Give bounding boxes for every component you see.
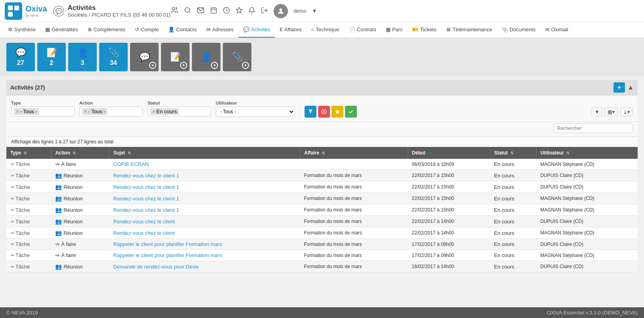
- table-row[interactable]: ⇒ Tâche👥 RéunionRendez-vous chez le clie…: [6, 193, 638, 204]
- subject-link[interactable]: Rappeler le client pour planifier Format…: [113, 241, 222, 247]
- activity-btn-new-attachment[interactable]: 📎 +: [223, 43, 251, 71]
- cell-subject[interactable]: Demande de rendez-vous pour Devis: [109, 261, 300, 272]
- tab-oximail[interactable]: ✉ Oximail: [540, 22, 573, 38]
- cell-subject[interactable]: Rendez-vous chez le client: [109, 216, 300, 227]
- type-tag-x[interactable]: ×: [16, 109, 19, 114]
- cell-subject[interactable]: Rendez-vous chez le client 1: [109, 181, 300, 193]
- filter-clear-button[interactable]: [318, 106, 330, 118]
- tab-activites[interactable]: 💬 Activités: [238, 22, 275, 38]
- cell-statut: En cours: [490, 250, 537, 261]
- table-row[interactable]: ⇒ Tâche👥 RéunionRendez-vous chez le clie…: [6, 181, 638, 193]
- cell-action: ⇒ À faire: [51, 250, 109, 261]
- cell-action: 👥 Réunion: [51, 193, 109, 204]
- tab-complements[interactable]: ⊕ Compléments: [83, 22, 130, 38]
- subject-link[interactable]: Rappeler le client pour planifier Format…: [113, 252, 222, 258]
- users-icon[interactable]: [171, 6, 178, 15]
- cell-subject[interactable]: COPIE ECRAN: [109, 159, 300, 170]
- table-row[interactable]: ⇒ Tâche⇒ À faireCOPIE ECRAN06/03/2018 à …: [6, 159, 638, 170]
- cell-subject[interactable]: Rappeler le client pour planifier Format…: [109, 250, 300, 261]
- col-type[interactable]: Type ⇅: [6, 147, 51, 159]
- subject-link[interactable]: Demande de rendez-vous pour Devis: [113, 264, 199, 270]
- col-utilisateur[interactable]: Utilisateur ⇅: [537, 147, 638, 159]
- table-row[interactable]: ⇒ Tâche⇒ À faireRappeler le client pour …: [6, 239, 638, 250]
- bell-icon[interactable]: [248, 7, 255, 15]
- tab-contacts[interactable]: 👤 Contacts: [163, 22, 201, 38]
- subject-link[interactable]: Rendez-vous chez le client: [113, 230, 175, 236]
- tab-telemaintenance[interactable]: 🖥 Télémaintenance: [441, 22, 497, 38]
- table-row[interactable]: ⇒ Tâche👥 RéunionRendez-vous chez le clie…: [6, 216, 638, 227]
- header-chat-icon: 💬: [53, 6, 64, 17]
- table-row[interactable]: ⇒ Tâche👥 RéunionDemande de rendez-vous p…: [6, 261, 638, 272]
- col-statut[interactable]: Statut ⇅: [490, 147, 537, 159]
- statut-filter[interactable]: × En cours: [148, 107, 211, 116]
- subject-link[interactable]: Rendez-vous chez le client 1: [113, 173, 179, 179]
- tab-tickets[interactable]: 🎫 Tickets: [407, 22, 441, 38]
- tab-synthese[interactable]: ⚙ Synthèse: [3, 22, 40, 38]
- tab-generalites[interactable]: ▦ Généralités: [40, 22, 82, 38]
- activity-btn-new-contact[interactable]: 👤 +: [192, 43, 220, 71]
- svg-marker-20: [335, 109, 340, 114]
- add-activity-button[interactable]: +: [613, 82, 625, 93]
- cell-subject[interactable]: Rendez-vous chez le client 1: [109, 204, 300, 216]
- header-title-area: Activités Sociétés / PICARD ET FILS (05 …: [67, 4, 171, 18]
- search-input[interactable]: [554, 124, 633, 133]
- tab-adresses[interactable]: ✉ Adresses: [201, 22, 238, 38]
- subject-link[interactable]: Rendez-vous chez le client 1: [113, 207, 179, 213]
- col-affaire[interactable]: Affaire ⇅: [300, 147, 408, 159]
- tab-affaires[interactable]: € Affaires: [275, 22, 306, 38]
- grid-view-button[interactable]: ▦▾: [605, 107, 618, 116]
- col-debut[interactable]: Début ▼: [408, 147, 490, 159]
- subject-link[interactable]: Rendez-vous chez le client: [113, 219, 175, 225]
- table-row[interactable]: ⇒ Tâche⇒ À faireRappeler le client pour …: [6, 250, 638, 261]
- subject-link[interactable]: Rendez-vous chez le client 1: [113, 196, 179, 202]
- table-row[interactable]: ⇒ Tâche👥 RéunionRendez-vous chez le clie…: [6, 204, 638, 216]
- table-row[interactable]: ⇒ Tâche👥 RéunionRendez-vous chez le clie…: [6, 227, 638, 239]
- cell-subject[interactable]: Rendez-vous chez le client 1: [109, 170, 300, 181]
- clock-icon[interactable]: [223, 7, 230, 15]
- activity-btn-new-message[interactable]: 💬 +: [130, 43, 159, 71]
- demo-label[interactable]: demo: [293, 8, 307, 14]
- filter-ok-button[interactable]: [345, 106, 357, 118]
- tab-compte[interactable]: ↺ Compte: [130, 22, 164, 38]
- tab-documents[interactable]: 📎 Documents: [497, 22, 540, 38]
- status-badge: En cours: [494, 264, 514, 270]
- statut-tag-x[interactable]: ×: [152, 109, 155, 114]
- type-filter[interactable]: × - Tous -: [11, 107, 75, 116]
- filter-toggle-icon[interactable]: ▼: [592, 107, 602, 116]
- tab-parc[interactable]: ▦ Parc: [381, 22, 408, 38]
- filter-save-button[interactable]: [332, 106, 343, 118]
- oximail-icon: ✉: [545, 27, 550, 32]
- star-icon[interactable]: [236, 7, 243, 15]
- activity-btn-new-note[interactable]: 📝 +: [161, 43, 190, 71]
- action-filter[interactable]: × - Tous -: [79, 107, 143, 116]
- mail-icon[interactable]: [197, 7, 205, 15]
- subject-link[interactable]: Rendez-vous chez le client 1: [113, 184, 179, 190]
- export-button[interactable]: ⤓▾: [620, 107, 633, 116]
- utilisateur-select[interactable]: - Tous - MAGNAN Stéphane (CD) DUPUIS Cla…: [216, 107, 295, 117]
- table-row[interactable]: ⇒ Tâche👥 RéunionRendez-vous chez le clie…: [6, 170, 638, 181]
- activity-btn-contacts[interactable]: 👤 3: [68, 43, 97, 71]
- action-value: Réunion: [63, 207, 82, 213]
- cell-subject[interactable]: Rendez-vous chez le client 1: [109, 193, 300, 204]
- result-info: Affichage des lignes 1 à 27 sur 27 ligne…: [6, 137, 638, 147]
- search-icon[interactable]: [184, 7, 191, 15]
- breadcrumb-company[interactable]: Sociétés: [67, 12, 87, 18]
- tab-contrats[interactable]: 📄 Contrats: [344, 22, 381, 38]
- collapse-button[interactable]: ▲: [627, 84, 634, 91]
- type-tag: × - Tous -: [14, 108, 39, 115]
- action-tag-x[interactable]: ×: [84, 109, 87, 114]
- logout-icon[interactable]: [261, 7, 268, 15]
- activity-btn-attachments[interactable]: 📎 34: [99, 43, 128, 71]
- subject-link[interactable]: COPIE ECRAN: [113, 161, 149, 167]
- col-sujet[interactable]: Sujet ⇅: [109, 147, 300, 159]
- cell-subject[interactable]: Rappeler le client pour planifier Format…: [109, 239, 300, 250]
- action-people-icon: 👥: [55, 184, 62, 190]
- col-action[interactable]: Action ⇅: [51, 147, 109, 159]
- activity-btn-messages[interactable]: 💬 27: [6, 43, 35, 71]
- activity-btn-notes[interactable]: 📝 2: [37, 43, 66, 71]
- statut-tag: × En cours: [150, 108, 179, 115]
- calendar-icon[interactable]: [210, 7, 217, 15]
- filter-apply-button[interactable]: [305, 106, 316, 118]
- cell-subject[interactable]: Rendez-vous chez le client: [109, 227, 300, 239]
- tab-technique[interactable]: ○ Technique: [306, 22, 344, 38]
